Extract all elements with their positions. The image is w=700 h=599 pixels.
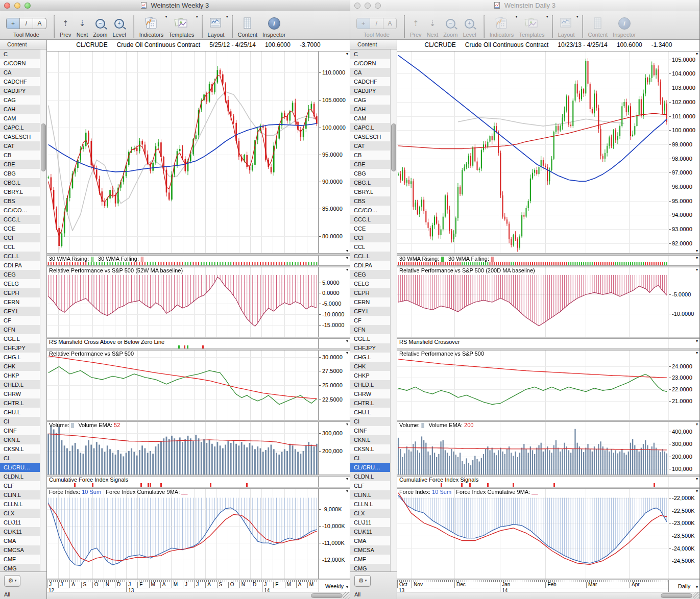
list-item[interactable]: CEPH (0, 288, 40, 297)
list-item[interactable]: CAH (0, 105, 40, 114)
list-item[interactable]: CBRY.L (0, 187, 40, 196)
list-item[interactable]: C (350, 49, 391, 59)
list-item[interactable]: CBG (350, 169, 391, 178)
disclosure-icon[interactable]: ▾ (696, 477, 698, 481)
list-item[interactable]: CKN.L (350, 435, 391, 444)
filter-all-label[interactable]: All (354, 591, 360, 597)
rp-baseline-plot[interactable] (47, 267, 318, 337)
list-item[interactable]: CL (0, 454, 40, 463)
list-item[interactable]: CCC.L (0, 215, 40, 224)
list-item[interactable]: CHU.L (350, 408, 391, 417)
list-item[interactable]: CHG.L (350, 353, 391, 362)
disclosure-icon[interactable]: ▾ (696, 256, 698, 260)
list-item[interactable]: CL\K11 (350, 527, 391, 536)
list-item[interactable]: CELG (0, 279, 40, 288)
indicators-button[interactable]: ▾ Indicators (139, 16, 164, 38)
list-item[interactable]: CBG.L (0, 178, 40, 187)
list-item[interactable]: CBS (350, 196, 391, 206)
list-item[interactable]: CBG.L (350, 178, 391, 187)
disclosure-icon[interactable]: ▾ (346, 248, 348, 253)
tool-mode-control[interactable]: + / A Tool Mode (6, 16, 46, 38)
line-tool-icon[interactable]: / (370, 18, 383, 29)
inspector-button[interactable]: iInspector (613, 16, 636, 38)
disclosure-icon[interactable]: ▾ (696, 339, 698, 343)
list-item[interactable]: CBG (0, 169, 40, 178)
disclosure-icon[interactable]: ▾ (696, 52, 698, 56)
templates-button[interactable]: ▾ Templates (519, 16, 544, 38)
title-bar[interactable]: Weinstein Weekly 3 (0, 0, 350, 12)
list-item[interactable]: CADJPY (0, 86, 40, 95)
list-item[interactable]: CBE (0, 160, 40, 169)
disclosure-icon[interactable]: ▾ (346, 339, 348, 343)
indicators-button[interactable]: ▾ Indicators (490, 16, 514, 38)
list-item[interactable]: CLDN.L (0, 472, 40, 481)
list-item[interactable]: CCL (0, 242, 40, 252)
list-item[interactable]: CAG (350, 95, 391, 105)
list-item[interactable]: CHG.L (0, 353, 40, 362)
templates-button[interactable]: ▾ Templates (168, 16, 194, 38)
list-item[interactable]: CMA (0, 536, 40, 545)
list-item[interactable]: CHTR.L (0, 398, 40, 408)
list-item[interactable]: CHKP (0, 371, 40, 380)
disclosure-icon[interactable]: ▾ (346, 267, 348, 272)
list-item[interactable]: CMG (350, 564, 391, 572)
list-item[interactable]: CEPH (350, 288, 391, 297)
list-item[interactable]: CHRW (350, 389, 391, 398)
list-item[interactable]: CINF (0, 426, 40, 435)
list-item[interactable]: CL (350, 454, 391, 463)
list-item[interactable]: CLF (350, 481, 391, 490)
list-item[interactable]: CGL.L (0, 334, 40, 343)
tool-mode-control[interactable]: + / A Tool Mode (356, 16, 397, 38)
list-item[interactable]: CCI (0, 233, 40, 242)
list-item[interactable]: CMCSA (0, 545, 40, 555)
zoom-out-button[interactable]: −Zoom (443, 16, 457, 38)
zoom-out-button[interactable]: −Zoom (93, 16, 107, 38)
list-item[interactable]: CMCSA (350, 545, 391, 555)
action-gear-button[interactable]: ⚙▾ (354, 575, 371, 587)
list-item[interactable]: CKSN.L (0, 444, 40, 454)
list-item[interactable]: CCL (350, 242, 391, 252)
zoom-in-button[interactable]: +Level (112, 16, 126, 38)
list-item[interactable]: CA (350, 68, 391, 77)
content-button[interactable]: Content (238, 16, 258, 38)
disclosure-icon[interactable]: ▾ (696, 422, 698, 427)
list-item[interactable]: CFN (350, 325, 391, 334)
scrollbar-thumb[interactable] (391, 123, 396, 171)
list-item[interactable]: CHRW (0, 389, 40, 398)
list-item[interactable]: CLX (0, 509, 40, 518)
sidebar-scrollbar[interactable] (40, 49, 46, 572)
list-item[interactable]: CLX (350, 509, 391, 518)
list-item[interactable]: CHFJPY (350, 343, 391, 353)
list-item[interactable]: CCC.L (350, 215, 391, 224)
list-item[interactable]: CCI (350, 233, 391, 242)
list-item[interactable]: CL/CRU… (0, 463, 40, 472)
list-item[interactable]: CELG (350, 279, 391, 288)
list-item[interactable]: CHK (0, 362, 40, 371)
list-item[interactable]: CERN (0, 297, 40, 307)
force-index-plot[interactable] (397, 489, 668, 579)
list-item[interactable]: C/CORN (350, 59, 391, 68)
list-item[interactable]: CBE (350, 160, 391, 169)
list-item[interactable]: CB (0, 151, 40, 160)
list-item[interactable]: CKN.L (0, 435, 40, 444)
list-item[interactable]: C (0, 49, 40, 59)
list-item[interactable]: CL/CRU… (350, 463, 391, 472)
list-item[interactable]: CAPC.L (350, 123, 391, 132)
relative-performance-plot[interactable] (47, 351, 318, 420)
disclosure-icon[interactable]: ▾ (346, 422, 348, 427)
list-item[interactable]: C/CORN (0, 59, 40, 68)
volume-plot[interactable] (47, 422, 318, 475)
list-item[interactable]: CMG (0, 564, 40, 572)
list-item[interactable]: CAH (350, 105, 391, 114)
list-item[interactable]: CEY.L (0, 307, 40, 316)
disclosure-icon[interactable]: ▾ (696, 351, 698, 355)
line-tool-icon[interactable]: / (20, 18, 33, 29)
list-item[interactable]: CC/CO… (350, 206, 391, 215)
list-item[interactable]: CASESCH (0, 132, 40, 141)
inspector-button[interactable]: iInspector (262, 16, 285, 38)
list-item[interactable]: CADCHF (350, 77, 391, 86)
action-gear-button[interactable]: ⚙▾ (4, 575, 20, 587)
list-item[interactable]: CAT (350, 141, 391, 151)
next-button[interactable]: ⇣Next (427, 16, 439, 38)
list-item[interactable]: CHTR.L (350, 398, 391, 408)
